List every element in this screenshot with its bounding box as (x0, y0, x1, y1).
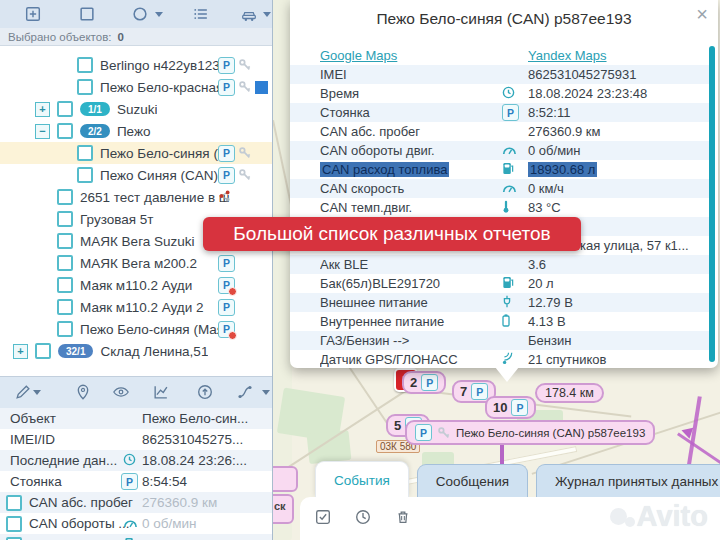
unit-checkbox[interactable] (57, 211, 73, 227)
info-value: 18.08.24 23:26:... (142, 453, 247, 468)
close-icon[interactable]: × (696, 4, 708, 24)
popup-param-row[interactable]: ГАЗ/Бензин -->Бензин (290, 331, 710, 350)
unit-checkbox[interactable] (77, 79, 93, 95)
location-icon[interactable] (74, 383, 92, 401)
unit-checkbox[interactable] (57, 255, 73, 271)
geofence-icon[interactable] (78, 5, 96, 23)
info-value: 0 об/мин (142, 516, 197, 531)
unit-checkbox[interactable] (57, 123, 73, 139)
group-count-badge: 2/2 (80, 124, 110, 138)
popup-param-row[interactable]: Бак(65л)BLE29172020 л (290, 274, 710, 293)
popup-param-row[interactable]: CAN обороты двиг.0 об/мин (290, 141, 710, 160)
trash-icon[interactable] (394, 508, 412, 526)
vehicle-map-label[interactable]: P Пежо Бело-синяя (CAN) p587ee193 (405, 420, 655, 445)
list-view-icon[interactable] (192, 5, 210, 23)
chevron-down-icon[interactable] (263, 12, 271, 17)
sensor-checkbox[interactable] (6, 516, 22, 532)
popup-param-row[interactable]: Акк BLE3.6 (290, 255, 710, 274)
info-row: IMEI/ID862531045275... (0, 429, 272, 450)
unit-checkbox[interactable] (57, 189, 73, 205)
popup-param-row[interactable]: Внешнее питание12.79 В (290, 293, 710, 312)
annotation-banner: Большой список различных отчетов (203, 217, 581, 251)
param-label: Время (320, 86, 359, 101)
tree-item-unit[interactable]: Пежо Синяя (CAN) сP (0, 164, 272, 186)
map-cluster[interactable]: 2P (402, 371, 446, 394)
sensor-checkbox[interactable] (6, 537, 22, 540)
popup-param-row[interactable]: IMEI862531045275931 (290, 65, 710, 84)
popup-param-row[interactable]: Внутреннее питание4.13 В (290, 312, 710, 331)
unit-checkbox[interactable] (77, 57, 93, 73)
tree-item-unit[interactable]: Пежо Бело-синяя (МаяP (0, 318, 272, 340)
unit-details-popup: Пежо Бело-синяя (CAN) p587ee193 × Google… (290, 0, 718, 368)
param-value: 0 об/мин (528, 143, 581, 158)
unit-checkbox[interactable] (57, 101, 73, 117)
chevron-down-icon[interactable] (155, 12, 163, 17)
google-maps-link[interactable]: Google Maps (320, 48, 397, 63)
visibility-icon[interactable] (112, 383, 130, 401)
unit-checkbox[interactable] (77, 167, 93, 183)
unit-checkbox[interactable] (57, 233, 73, 249)
map-cluster[interactable]: 10P (485, 396, 536, 419)
parking-off-icon: P (218, 321, 235, 338)
popup-param-row[interactable]: CAN абс. пробег276360.9 км (290, 122, 710, 141)
route-icon[interactable] (236, 383, 254, 401)
param-value: 0 км/ч (528, 181, 564, 196)
edit-icon[interactable] (14, 383, 32, 401)
expand-icon[interactable]: + (35, 102, 50, 117)
tree-item-unit[interactable]: Berlingo н422ув123P (0, 54, 272, 76)
sensor-checkbox[interactable] (6, 495, 22, 511)
info-row: Последние дан...18.08.24 23:26:... (0, 450, 272, 471)
tree-item-unit[interactable]: МАЯК Вега м200.2P (0, 252, 272, 274)
popup-param-row[interactable]: CAN расход топлива18930.68 л (290, 160, 710, 179)
distance-label[interactable]: 178.4 км (535, 383, 604, 403)
route-arrow-icon (680, 424, 696, 440)
popup-param-row[interactable]: CAN темп.двиг.83 °C (290, 198, 710, 217)
unit-checkbox[interactable] (57, 299, 73, 315)
track-circle-icon[interactable] (131, 5, 149, 23)
collapse-icon[interactable]: − (35, 124, 50, 139)
unit-checkbox[interactable] (57, 277, 73, 293)
sensors-icon (218, 189, 232, 206)
tree-item-unit[interactable]: Пежо Бело-краснаяP (0, 76, 272, 98)
tree-item-unit[interactable]: Маяк м110.2 Ауди 2P (0, 296, 272, 318)
tab-журнал[interactable]: Журнал принятых данных (536, 464, 720, 498)
popup-param-row[interactable]: СтоянкаP8:52:11 (290, 103, 710, 122)
info-value: 276360.9 км (142, 495, 217, 510)
info-label: CAN обороты ... (29, 516, 130, 531)
tree-item-unit[interactable]: +32/1Склад Ленина,51 (0, 340, 272, 362)
tree-item-unit[interactable]: 2651 тест давление в ш (0, 186, 272, 208)
tab-сообщения[interactable]: Сообщения (417, 464, 528, 498)
chevron-down-icon[interactable] (262, 390, 270, 395)
send-icon[interactable] (196, 383, 214, 401)
unit-checkbox[interactable] (57, 321, 73, 337)
unit-checkbox[interactable] (77, 145, 93, 161)
popup-param-row[interactable]: Время18.08.2024 23:23:48 (290, 84, 710, 103)
tab-события[interactable]: События (315, 461, 409, 498)
history-icon[interactable] (354, 508, 372, 526)
unit-label: МАЯК Вега м200.2 (80, 256, 197, 271)
vehicle-filter-icon[interactable] (240, 5, 258, 23)
gauge-icon (502, 143, 516, 158)
unit-label: Пежо (117, 124, 151, 139)
select-icon[interactable] (314, 508, 332, 526)
add-unit-icon[interactable] (24, 5, 42, 23)
popup-scrollbar[interactable] (709, 46, 715, 362)
param-value: кая улица, 57 к1... (580, 238, 689, 253)
tree-item-unit[interactable]: −2/2Пежо (0, 120, 272, 142)
chart-icon[interactable] (152, 383, 170, 401)
yandex-maps-link[interactable]: Yandex Maps (528, 48, 607, 63)
tree-item-unit[interactable]: Маяк м110.2 АудиP (0, 274, 272, 296)
unit-label: Пежо Бело-синяя (Мая (80, 322, 224, 337)
info-label: IMEI/ID (10, 432, 55, 447)
unit-label: Berlingo н422ув123 (100, 58, 220, 73)
key-icon (437, 426, 451, 440)
fuel-icon (502, 162, 514, 178)
expand-icon[interactable]: + (13, 344, 28, 359)
unit-label: Грузовая 5т (80, 212, 154, 227)
chevron-down-icon[interactable] (33, 390, 41, 395)
tree-item-unit[interactable]: Пежо Бело-синяя (СP (0, 142, 272, 164)
tree-item-unit[interactable]: +1/1Suzuki (0, 98, 272, 120)
unit-checkbox[interactable] (35, 343, 51, 359)
popup-param-row[interactable]: CAN скорость0 км/ч (290, 179, 710, 198)
param-label: Акк BLE (320, 257, 368, 272)
